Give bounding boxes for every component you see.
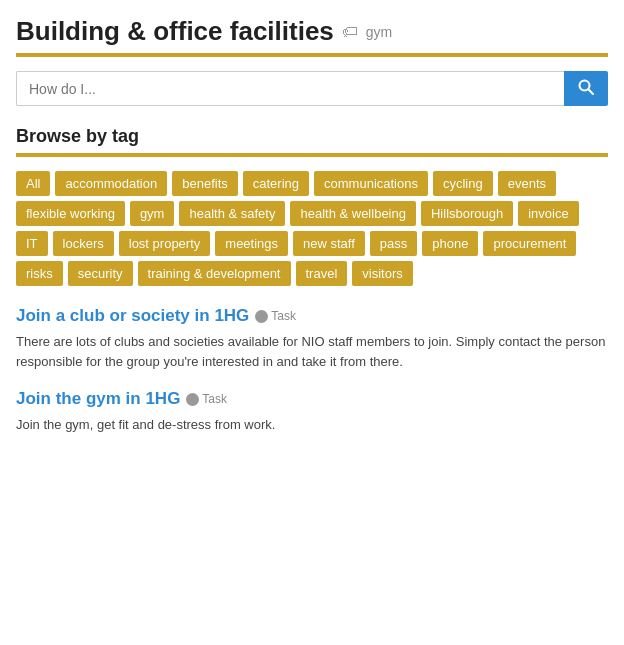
task-badge: ●Task	[255, 309, 296, 323]
tag-item[interactable]: risks	[16, 261, 63, 286]
tag-item[interactable]: procurement	[483, 231, 576, 256]
tag-item[interactable]: lost property	[119, 231, 211, 256]
result-description: There are lots of clubs and societies av…	[16, 332, 608, 371]
tag-item[interactable]: pass	[370, 231, 417, 256]
result-description: Join the gym, get fit and de-stress from…	[16, 415, 608, 435]
svg-line-1	[588, 89, 593, 94]
tag-item[interactable]: IT	[16, 231, 48, 256]
tag-item[interactable]: training & development	[138, 261, 291, 286]
tag-item[interactable]: health & wellbeing	[290, 201, 416, 226]
page-header: Building & office facilities 🏷 gym	[16, 16, 608, 47]
search-input[interactable]	[16, 71, 564, 106]
tag-item[interactable]: meetings	[215, 231, 288, 256]
tag-item[interactable]: travel	[296, 261, 348, 286]
result-item: Join the gym in 1HG●TaskJoin the gym, ge…	[16, 389, 608, 435]
tag-item[interactable]: catering	[243, 171, 309, 196]
task-label: Task	[271, 309, 296, 323]
result-title[interactable]: Join the gym in 1HG●Task	[16, 389, 608, 409]
tag-item[interactable]: All	[16, 171, 50, 196]
tag-item[interactable]: communications	[314, 171, 428, 196]
tag-item[interactable]: flexible working	[16, 201, 125, 226]
browse-heading: Browse by tag	[16, 126, 608, 147]
task-circle-icon: ●	[186, 393, 199, 406]
gym-tag-label: gym	[366, 24, 392, 40]
tag-item[interactable]: new staff	[293, 231, 365, 256]
search-container	[16, 71, 608, 106]
tag-icon: 🏷	[342, 23, 358, 41]
tag-item[interactable]: events	[498, 171, 556, 196]
results-container: Join a club or society in 1HG●TaskThere …	[16, 306, 608, 435]
tag-item[interactable]: gym	[130, 201, 175, 226]
tag-item[interactable]: security	[68, 261, 133, 286]
tag-item[interactable]: benefits	[172, 171, 238, 196]
browse-divider	[16, 153, 608, 157]
result-title[interactable]: Join a club or society in 1HG●Task	[16, 306, 608, 326]
tag-item[interactable]: cycling	[433, 171, 493, 196]
tag-item[interactable]: accommodation	[55, 171, 167, 196]
task-badge: ●Task	[186, 392, 227, 406]
tag-item[interactable]: lockers	[53, 231, 114, 256]
result-title-link[interactable]: Join a club or society in 1HG	[16, 306, 249, 326]
tag-item[interactable]: visitors	[352, 261, 412, 286]
gold-divider	[16, 53, 608, 57]
page-title: Building & office facilities	[16, 16, 334, 47]
task-label: Task	[202, 392, 227, 406]
tag-item[interactable]: invoice	[518, 201, 578, 226]
tag-item[interactable]: Hillsborough	[421, 201, 513, 226]
search-icon	[578, 79, 594, 95]
result-item: Join a club or society in 1HG●TaskThere …	[16, 306, 608, 371]
result-title-link[interactable]: Join the gym in 1HG	[16, 389, 180, 409]
tag-item[interactable]: health & safety	[179, 201, 285, 226]
tag-item[interactable]: phone	[422, 231, 478, 256]
tags-container: Allaccommodationbenefitscateringcommunic…	[16, 171, 608, 286]
task-circle-icon: ●	[255, 310, 268, 323]
search-button[interactable]	[564, 71, 608, 106]
